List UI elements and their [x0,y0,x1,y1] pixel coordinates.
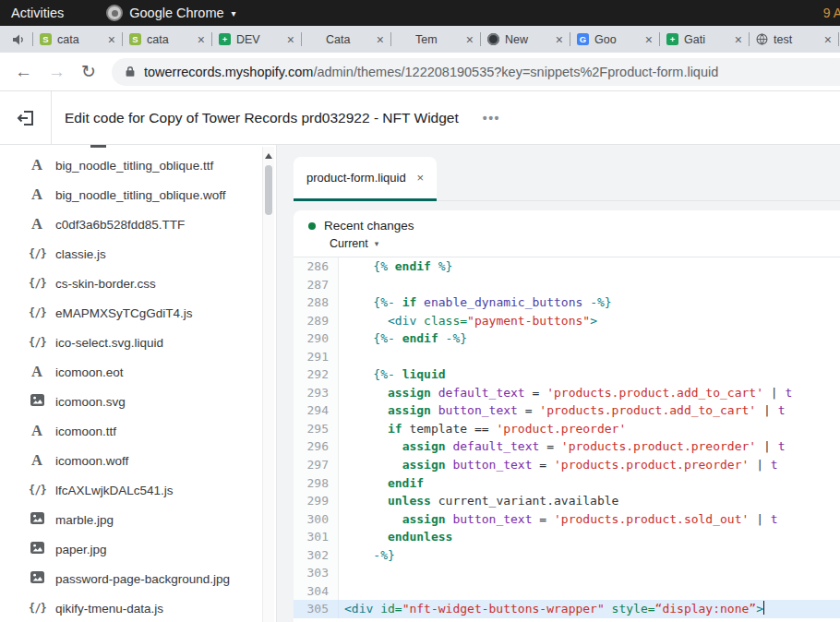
file-name: big_noodle_titling_oblique.woff [55,188,225,202]
line-number: 293 [294,384,339,402]
code-line: 296 assign default_text = 'products.prod… [294,437,840,456]
file-item[interactable]: Ac0df3a6b528fdd85.TTF [0,209,276,239]
forward-icon[interactable]: → [48,63,66,80]
close-icon[interactable]: × [198,33,205,46]
code-text: assign button_text = 'products.product.p… [339,456,778,474]
code-text: unless current_variant.available [339,492,618,510]
editor-area: product-form.liquid × Recent changes Cur… [277,145,840,622]
clock[interactable]: 9 A [823,6,840,20]
close-icon[interactable]: × [108,33,115,46]
close-icon[interactable]: × [466,33,474,46]
line-number: 296 [294,437,339,456]
browser-tab[interactable]: Scata× [127,33,207,46]
page-body: Abig_noodle_titling_oblique.ttfAbig_nood… [0,145,840,622]
file-name: cs-skin-border.css [55,277,156,291]
lock-icon[interactable] [125,66,136,78]
close-icon[interactable]: × [735,33,742,46]
code-line: 300 assign button_text = 'products.produ… [294,510,840,529]
file-item[interactable]: {/}lfcAXLwjkDALc541.js [0,475,276,505]
file-name: classie.js [55,247,106,261]
file-item[interactable]: icomoon.svg [0,387,276,416]
code-text: <div class="payment-buttons"> [339,312,597,330]
shopify-favicon-icon: S [40,33,52,45]
address-bar[interactable]: towerrecords.myshopify.com/admin/themes/… [112,58,840,86]
file-item[interactable]: Abig_noodle_titling_oblique.ttf [0,150,276,180]
dark-circle-favicon-icon [487,33,499,45]
version-dropdown[interactable]: Current ▾ [330,237,825,250]
exit-code-editor-button[interactable] [0,91,52,144]
desktop-top-bar: Activities Google Chrome ▾ 9 A [0,0,840,26]
figma-favicon-icon [398,33,410,45]
close-icon[interactable]: × [377,33,384,46]
file-item[interactable]: {/}ico-select.svg.liquid [0,328,276,357]
browser-tab[interactable]: Scata× [38,33,117,46]
file-item[interactable]: paper.jpg [0,534,276,564]
activities-button[interactable]: Activities [11,6,64,20]
file-name: big_noodle_titling_oblique.ttf [55,159,213,173]
tab-separator [211,32,212,46]
code-line: 302 -%} [294,546,840,565]
app-menu[interactable]: Google Chrome ▾ [106,5,235,21]
url-text: towerrecords.myshopify.com/admin/themes/… [144,65,718,79]
code-text [339,564,344,582]
file-item[interactable]: marble.jpg [0,505,276,534]
code-line: 301 endunless [294,528,840,546]
line-number: 301 [294,528,339,546]
clipped-file-row-fragment [90,145,106,148]
sidebar-scrollbar[interactable] [262,147,274,622]
close-icon[interactable]: × [416,171,424,185]
browser-tab[interactable]: GGoo× [575,33,654,46]
font-file-icon: A [29,422,45,440]
file-item[interactable]: Aicomoon.woff [0,446,276,475]
browser-tab[interactable]: Tem× [396,33,475,46]
line-number: 295 [294,420,339,438]
close-icon[interactable]: × [645,33,653,46]
file-item[interactable]: {/}classie.js [0,239,276,269]
back-icon[interactable]: ← [15,63,32,80]
file-item[interactable]: Aicomoon.ttf [0,416,276,446]
file-name: paper.jpg [55,543,107,556]
scrollbar-thumb[interactable] [265,165,272,215]
editor-gap [294,201,840,210]
code-text [339,276,344,294]
image-file-icon [29,394,45,409]
file-item[interactable]: {/}cs-skin-border.css [0,269,276,298]
code-text: assign default_text = 'products.product.… [339,384,792,402]
close-icon[interactable]: × [556,33,563,46]
audio-speaker-icon[interactable] [11,32,26,47]
scrollbar-up-arrow-icon[interactable] [265,153,272,159]
file-item[interactable]: {/}qikify-tmenu-data.js [0,593,276,622]
code-editor[interactable]: 286 {% endif %}287288 {%- if enable_dyna… [294,257,840,622]
exit-icon [16,108,36,128]
sheets-favicon-icon: + [219,33,231,45]
code-file-icon: {/} [29,247,45,260]
browser-tab[interactable]: +DEV× [217,33,296,46]
code-line: 297 assign button_text = 'products.produ… [294,456,840,474]
code-text: assign button_text = 'products.product.s… [339,510,778,529]
file-item[interactable]: password-page-background.jpg [0,564,276,593]
file-name: password-page-background.jpg [55,572,230,586]
close-icon[interactable]: × [287,33,294,46]
file-item[interactable]: {/}eMAPMXSyTCgGdiT4.js [0,298,276,328]
reload-icon[interactable]: ↻ [81,63,96,80]
line-number: 294 [294,401,339,420]
line-number: 286 [294,257,339,276]
file-name: icomoon.eot [55,365,124,379]
browser-tab[interactable]: test× [754,33,834,46]
line-number: 305 [294,600,339,618]
more-actions-button[interactable]: ••• [483,111,500,126]
editor-tab-product-form[interactable]: product-form.liquid × [294,157,437,201]
line-number: 302 [294,546,339,565]
browser-tab[interactable]: +Gati× [665,33,744,46]
browser-tab[interactable]: Cata× [306,33,386,46]
browser-tab[interactable]: New× [486,33,565,46]
code-text [339,582,344,601]
close-icon[interactable]: × [824,33,832,46]
line-number: 298 [294,474,339,493]
editor-tab-bar: product-form.liquid × [294,157,840,201]
file-item[interactable]: Aicomoon.eot [0,357,276,387]
code-text: endif [339,474,424,493]
file-item[interactable]: Abig_noodle_titling_oblique.woff [0,180,276,209]
text-cursor [763,601,764,615]
line-number: 303 [294,564,339,582]
